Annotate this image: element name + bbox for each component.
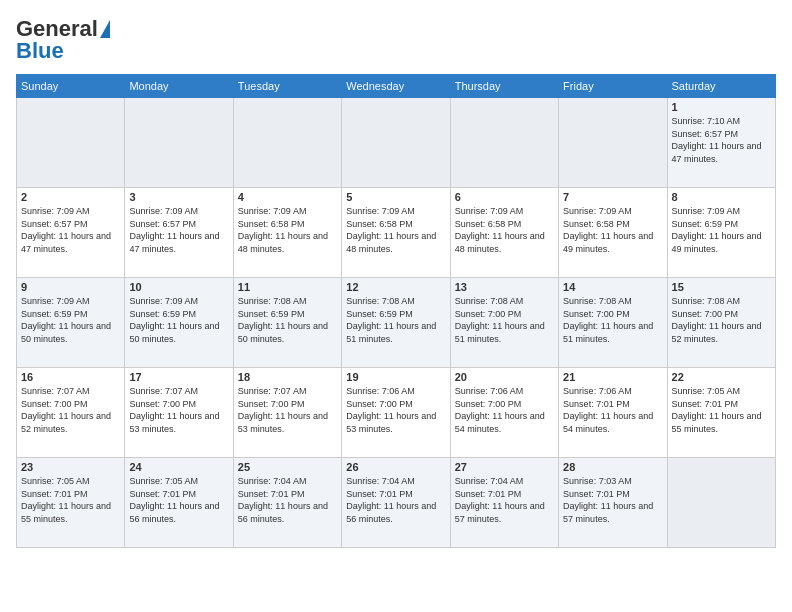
calendar-week-row: 1Sunrise: 7:10 AMSunset: 6:57 PMDaylight…	[17, 98, 776, 188]
calendar-week-row: 23Sunrise: 7:05 AMSunset: 7:01 PMDayligh…	[17, 458, 776, 548]
weekday-header-monday: Monday	[125, 75, 233, 98]
calendar-cell: 6Sunrise: 7:09 AMSunset: 6:58 PMDaylight…	[450, 188, 558, 278]
day-number: 4	[238, 191, 337, 203]
day-info: Sunrise: 7:08 AMSunset: 6:59 PMDaylight:…	[346, 295, 445, 345]
day-info: Sunrise: 7:04 AMSunset: 7:01 PMDaylight:…	[238, 475, 337, 525]
day-number: 19	[346, 371, 445, 383]
day-info: Sunrise: 7:09 AMSunset: 6:58 PMDaylight:…	[563, 205, 662, 255]
weekday-header-sunday: Sunday	[17, 75, 125, 98]
day-number: 5	[346, 191, 445, 203]
weekday-header-row: SundayMondayTuesdayWednesdayThursdayFrid…	[17, 75, 776, 98]
calendar-cell: 4Sunrise: 7:09 AMSunset: 6:58 PMDaylight…	[233, 188, 341, 278]
calendar-cell: 27Sunrise: 7:04 AMSunset: 7:01 PMDayligh…	[450, 458, 558, 548]
day-info: Sunrise: 7:09 AMSunset: 6:59 PMDaylight:…	[129, 295, 228, 345]
day-number: 15	[672, 281, 771, 293]
day-number: 16	[21, 371, 120, 383]
day-number: 28	[563, 461, 662, 473]
page: General Blue SundayMondayTuesdayWednesda…	[0, 0, 792, 612]
logo-blue: Blue	[16, 38, 64, 64]
logo: General Blue	[16, 16, 110, 64]
weekday-header-friday: Friday	[559, 75, 667, 98]
calendar-cell: 23Sunrise: 7:05 AMSunset: 7:01 PMDayligh…	[17, 458, 125, 548]
calendar-cell: 20Sunrise: 7:06 AMSunset: 7:00 PMDayligh…	[450, 368, 558, 458]
header: General Blue	[16, 16, 776, 64]
day-info: Sunrise: 7:04 AMSunset: 7:01 PMDaylight:…	[455, 475, 554, 525]
day-number: 11	[238, 281, 337, 293]
calendar-cell	[342, 98, 450, 188]
day-info: Sunrise: 7:07 AMSunset: 7:00 PMDaylight:…	[21, 385, 120, 435]
calendar-cell	[450, 98, 558, 188]
day-number: 7	[563, 191, 662, 203]
day-number: 9	[21, 281, 120, 293]
day-info: Sunrise: 7:06 AMSunset: 7:00 PMDaylight:…	[455, 385, 554, 435]
calendar-cell	[233, 98, 341, 188]
day-info: Sunrise: 7:09 AMSunset: 6:58 PMDaylight:…	[346, 205, 445, 255]
calendar-cell	[125, 98, 233, 188]
day-info: Sunrise: 7:08 AMSunset: 7:00 PMDaylight:…	[563, 295, 662, 345]
day-info: Sunrise: 7:09 AMSunset: 6:57 PMDaylight:…	[129, 205, 228, 255]
calendar-cell: 22Sunrise: 7:05 AMSunset: 7:01 PMDayligh…	[667, 368, 775, 458]
calendar-cell: 15Sunrise: 7:08 AMSunset: 7:00 PMDayligh…	[667, 278, 775, 368]
logo-triangle-icon	[100, 20, 110, 38]
day-number: 1	[672, 101, 771, 113]
day-number: 20	[455, 371, 554, 383]
day-number: 24	[129, 461, 228, 473]
calendar-cell	[667, 458, 775, 548]
day-info: Sunrise: 7:07 AMSunset: 7:00 PMDaylight:…	[129, 385, 228, 435]
calendar-cell: 28Sunrise: 7:03 AMSunset: 7:01 PMDayligh…	[559, 458, 667, 548]
calendar-cell: 17Sunrise: 7:07 AMSunset: 7:00 PMDayligh…	[125, 368, 233, 458]
calendar-cell: 2Sunrise: 7:09 AMSunset: 6:57 PMDaylight…	[17, 188, 125, 278]
day-number: 10	[129, 281, 228, 293]
calendar-cell: 11Sunrise: 7:08 AMSunset: 6:59 PMDayligh…	[233, 278, 341, 368]
day-info: Sunrise: 7:06 AMSunset: 7:01 PMDaylight:…	[563, 385, 662, 435]
day-info: Sunrise: 7:09 AMSunset: 6:59 PMDaylight:…	[672, 205, 771, 255]
day-info: Sunrise: 7:05 AMSunset: 7:01 PMDaylight:…	[21, 475, 120, 525]
day-number: 14	[563, 281, 662, 293]
day-info: Sunrise: 7:09 AMSunset: 6:58 PMDaylight:…	[238, 205, 337, 255]
day-info: Sunrise: 7:09 AMSunset: 6:58 PMDaylight:…	[455, 205, 554, 255]
day-info: Sunrise: 7:10 AMSunset: 6:57 PMDaylight:…	[672, 115, 771, 165]
calendar-cell: 10Sunrise: 7:09 AMSunset: 6:59 PMDayligh…	[125, 278, 233, 368]
calendar-cell: 5Sunrise: 7:09 AMSunset: 6:58 PMDaylight…	[342, 188, 450, 278]
calendar-cell: 21Sunrise: 7:06 AMSunset: 7:01 PMDayligh…	[559, 368, 667, 458]
calendar-cell: 1Sunrise: 7:10 AMSunset: 6:57 PMDaylight…	[667, 98, 775, 188]
weekday-header-tuesday: Tuesday	[233, 75, 341, 98]
day-number: 25	[238, 461, 337, 473]
calendar-cell: 16Sunrise: 7:07 AMSunset: 7:00 PMDayligh…	[17, 368, 125, 458]
day-info: Sunrise: 7:06 AMSunset: 7:00 PMDaylight:…	[346, 385, 445, 435]
day-info: Sunrise: 7:09 AMSunset: 6:57 PMDaylight:…	[21, 205, 120, 255]
calendar-cell: 25Sunrise: 7:04 AMSunset: 7:01 PMDayligh…	[233, 458, 341, 548]
day-info: Sunrise: 7:08 AMSunset: 6:59 PMDaylight:…	[238, 295, 337, 345]
day-number: 2	[21, 191, 120, 203]
day-number: 26	[346, 461, 445, 473]
day-info: Sunrise: 7:08 AMSunset: 7:00 PMDaylight:…	[672, 295, 771, 345]
weekday-header-saturday: Saturday	[667, 75, 775, 98]
calendar-cell: 7Sunrise: 7:09 AMSunset: 6:58 PMDaylight…	[559, 188, 667, 278]
day-number: 21	[563, 371, 662, 383]
day-info: Sunrise: 7:09 AMSunset: 6:59 PMDaylight:…	[21, 295, 120, 345]
calendar-cell: 14Sunrise: 7:08 AMSunset: 7:00 PMDayligh…	[559, 278, 667, 368]
day-number: 12	[346, 281, 445, 293]
calendar-week-row: 2Sunrise: 7:09 AMSunset: 6:57 PMDaylight…	[17, 188, 776, 278]
weekday-header-thursday: Thursday	[450, 75, 558, 98]
day-info: Sunrise: 7:04 AMSunset: 7:01 PMDaylight:…	[346, 475, 445, 525]
day-number: 22	[672, 371, 771, 383]
day-number: 8	[672, 191, 771, 203]
calendar-cell: 13Sunrise: 7:08 AMSunset: 7:00 PMDayligh…	[450, 278, 558, 368]
day-info: Sunrise: 7:08 AMSunset: 7:00 PMDaylight:…	[455, 295, 554, 345]
day-info: Sunrise: 7:03 AMSunset: 7:01 PMDaylight:…	[563, 475, 662, 525]
calendar-table: SundayMondayTuesdayWednesdayThursdayFrid…	[16, 74, 776, 548]
day-number: 6	[455, 191, 554, 203]
day-number: 3	[129, 191, 228, 203]
calendar-week-row: 16Sunrise: 7:07 AMSunset: 7:00 PMDayligh…	[17, 368, 776, 458]
day-number: 27	[455, 461, 554, 473]
calendar-cell: 12Sunrise: 7:08 AMSunset: 6:59 PMDayligh…	[342, 278, 450, 368]
day-info: Sunrise: 7:07 AMSunset: 7:00 PMDaylight:…	[238, 385, 337, 435]
calendar-cell: 18Sunrise: 7:07 AMSunset: 7:00 PMDayligh…	[233, 368, 341, 458]
weekday-header-wednesday: Wednesday	[342, 75, 450, 98]
day-info: Sunrise: 7:05 AMSunset: 7:01 PMDaylight:…	[672, 385, 771, 435]
calendar-cell	[559, 98, 667, 188]
day-number: 17	[129, 371, 228, 383]
day-number: 23	[21, 461, 120, 473]
calendar-cell: 26Sunrise: 7:04 AMSunset: 7:01 PMDayligh…	[342, 458, 450, 548]
